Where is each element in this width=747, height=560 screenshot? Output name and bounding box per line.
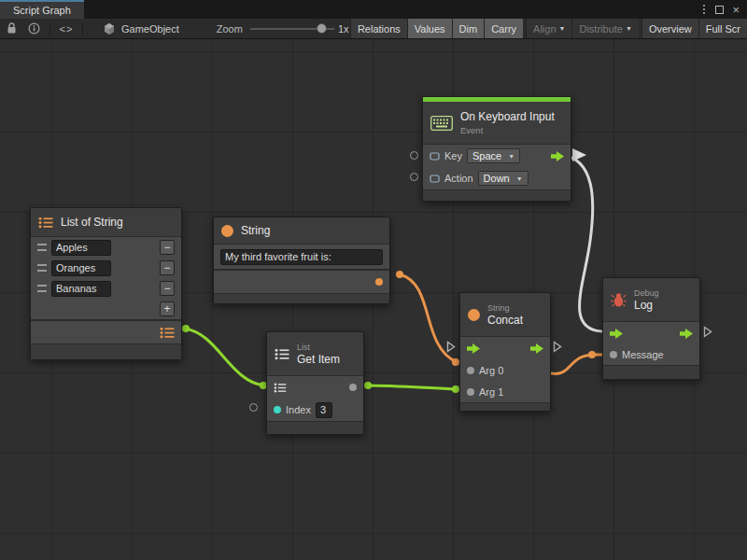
flow-out-port[interactable] <box>680 329 693 339</box>
values-button[interactable]: Values <box>407 19 452 39</box>
wire-getitem-to-concat <box>366 385 457 389</box>
arg1-label: Arg 1 <box>479 386 503 398</box>
arg1-input-port[interactable] <box>467 388 474 396</box>
index-input-port[interactable] <box>274 406 281 413</box>
message-input-port[interactable] <box>610 351 617 358</box>
action-port-circle[interactable] <box>410 173 418 181</box>
keycap-icon <box>430 151 440 161</box>
port-row-message: Message <box>603 344 699 365</box>
maximize-icon[interactable] <box>715 6 724 14</box>
gameobject-selector[interactable]: GameObject <box>103 22 179 35</box>
flow-out-triangle[interactable] <box>703 326 712 338</box>
key-dropdown[interactable]: Space▼ <box>467 148 520 163</box>
node-concat[interactable]: String Concat Arg 0 Arg 1 <box>459 292 551 412</box>
list-item-input[interactable] <box>51 281 111 297</box>
node-footer <box>423 190 571 201</box>
wire-endpoint <box>588 351 596 358</box>
toolbar-buttons: Relations Values Dim Carry Align▼ Distri… <box>350 19 747 39</box>
flow-in-triangle[interactable] <box>446 341 456 353</box>
wire-endpoint <box>452 385 459 393</box>
port-row-key: Key Space▼ <box>423 145 571 167</box>
drag-handle-icon[interactable] <box>37 264 47 272</box>
node-log[interactable]: Debug Log Message <box>602 277 700 380</box>
flow-row <box>603 322 699 344</box>
value-row <box>214 245 389 269</box>
port-row-arg1: Arg 1 <box>460 381 550 402</box>
action-label: Action <box>444 173 473 184</box>
list-output-port[interactable] <box>160 327 175 339</box>
node-string-literal[interactable]: String <box>213 217 390 304</box>
window-controls: × <box>701 0 747 19</box>
index-input[interactable] <box>316 402 332 418</box>
list-icon <box>275 348 289 360</box>
gameobject-label: GameObject <box>121 23 179 35</box>
string-value-input[interactable] <box>220 249 383 265</box>
action-dropdown[interactable]: Down▼ <box>478 171 529 186</box>
distribute-button: Distribute▼ <box>571 19 638 39</box>
index-port-circle[interactable] <box>249 403 258 412</box>
list-item-input[interactable] <box>51 260 111 276</box>
node-category: List <box>297 343 340 352</box>
node-header: String <box>214 217 389 244</box>
node-footer <box>267 422 363 434</box>
bug-icon <box>611 292 627 308</box>
close-icon[interactable]: × <box>732 4 740 16</box>
node-on-keyboard-input[interactable]: On Keyboard Input Event Key Space▼ Actio… <box>422 96 571 202</box>
key-port-circle[interactable] <box>410 151 418 160</box>
node-footer <box>460 403 550 411</box>
tab-script-graph[interactable]: Script Graph <box>0 0 84 19</box>
overview-button[interactable]: Overview <box>641 19 698 39</box>
port-row-list <box>267 376 363 399</box>
code-icon[interactable]: <> <box>55 19 78 39</box>
item-output-port[interactable] <box>349 384 357 391</box>
toolbar-separator <box>82 22 83 35</box>
arg0-label: Arg 0 <box>479 365 503 376</box>
flow-in-port[interactable] <box>610 329 623 339</box>
remove-item-button[interactable]: − <box>160 260 175 275</box>
zoom-value: 1x <box>338 23 349 35</box>
list-input-port[interactable] <box>274 383 287 393</box>
zoom-slider[interactable] <box>250 19 334 39</box>
drag-handle-icon[interactable] <box>37 244 47 251</box>
graph-canvas[interactable]: On Keyboard Input Event Key Space▼ Actio… <box>0 39 747 560</box>
menu-kebab-icon[interactable] <box>701 3 707 16</box>
string-type-icon <box>468 309 480 321</box>
node-footer <box>603 366 699 379</box>
flow-out-port[interactable] <box>551 151 564 161</box>
list-item-input[interactable] <box>51 240 111 256</box>
drag-handle-icon[interactable] <box>37 285 47 292</box>
remove-item-button[interactable]: − <box>160 240 175 255</box>
add-item-button[interactable]: + <box>160 301 175 316</box>
node-list-of-string[interactable]: List of String − − − <box>30 207 182 360</box>
node-footer <box>214 294 389 303</box>
flow-in-port[interactable] <box>467 343 480 354</box>
toolbar-separator <box>49 22 50 35</box>
lock-icon[interactable] <box>0 19 22 39</box>
node-category: Debug <box>634 288 659 298</box>
node-get-item[interactable]: List Get Item Index <box>266 331 364 435</box>
chevron-down-icon: ▼ <box>516 175 523 182</box>
node-header: String Concat <box>460 293 550 336</box>
list-item-row: − <box>31 258 181 278</box>
string-output-port[interactable] <box>375 278 383 286</box>
fullscreen-button[interactable]: Full Scr <box>698 19 747 39</box>
add-item-button-minus[interactable]: − <box>160 281 175 296</box>
zoom-slider-handle[interactable] <box>317 23 327 34</box>
dim-button[interactable]: Dim <box>452 19 485 39</box>
flow-out-triangle[interactable] <box>553 341 562 353</box>
list-item-row: − <box>31 237 181 258</box>
list-icon <box>38 217 53 229</box>
wire-concat-to-log <box>551 355 609 373</box>
wire-endpoint <box>182 325 190 332</box>
carry-button[interactable]: Carry <box>484 19 523 39</box>
chevron-down-icon: ▼ <box>626 25 632 32</box>
zoom-label: Zoom <box>217 23 243 35</box>
relations-button[interactable]: Relations <box>350 19 407 39</box>
string-type-icon <box>221 225 233 237</box>
info-icon[interactable] <box>22 19 45 39</box>
arg0-input-port[interactable] <box>467 367 474 374</box>
add-row: + <box>31 299 181 319</box>
message-label: Message <box>622 349 664 360</box>
chevron-down-icon: ▼ <box>508 153 514 160</box>
flow-out-port[interactable] <box>530 343 543 354</box>
